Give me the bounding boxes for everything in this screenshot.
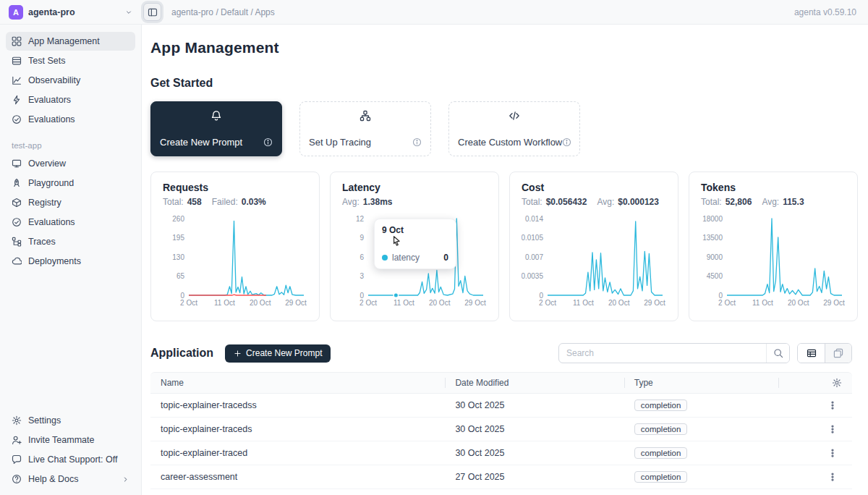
svg-text:130: 130	[172, 253, 184, 261]
column-header-type[interactable]: Type	[624, 373, 778, 393]
tooltip-value: 0	[443, 253, 448, 263]
apps-table: NameDate ModifiedType topic-explainer-tr…	[150, 372, 852, 489]
metric-title: Tokens	[701, 182, 846, 193]
sidebar-item-deployments[interactable]: Deployments	[6, 252, 135, 271]
sidebar-item-invite-teammate[interactable]: Invite Teammate	[6, 431, 135, 449]
row-menu-button[interactable]	[823, 399, 842, 412]
svg-text:2 Oct: 2 Oct	[180, 299, 197, 307]
get-started-card-set-up-tracing[interactable]: Set Up Tracing	[299, 101, 431, 156]
lightning-icon	[12, 95, 22, 105]
chart-wrap: 0651301952602 Oct11 Oct20 Oct29 Oct	[163, 213, 307, 311]
svg-text:2 Oct: 2 Oct	[539, 299, 556, 307]
metric-stat: Total:$0.056432	[522, 197, 587, 207]
workspace-selector[interactable]: A agenta-pro	[0, 0, 142, 24]
row-menu-button[interactable]	[823, 470, 842, 483]
question-icon	[12, 474, 22, 484]
info-icon[interactable]	[562, 138, 571, 147]
page-title: App Management	[150, 39, 852, 56]
sidebar-item-overview[interactable]: Overview	[6, 154, 135, 173]
stat-label: Avg:	[342, 197, 359, 207]
get-started-card-create-custom-workflow[interactable]: Create Custom Workflow	[448, 101, 580, 156]
table-row[interactable]: topic-explainer-tracedss30 Oct 2025compl…	[150, 394, 852, 418]
tooltip-series-row: latency0	[382, 253, 448, 263]
sidebar-nav-top: App ManagementTest SetsObservabilityEval…	[6, 32, 135, 130]
code-icon	[458, 110, 571, 122]
sidebar-section-label: test-app	[6, 130, 135, 154]
card-bottom: Set Up Tracing	[309, 137, 422, 148]
table-row[interactable]: topic-explainer-traced30 Oct 2025complet…	[150, 441, 852, 465]
cell-actions	[778, 447, 852, 460]
cell-actions	[778, 423, 852, 436]
svg-text:65: 65	[176, 272, 185, 280]
requests-chart[interactable]: 0651301952602 Oct11 Oct20 Oct29 Oct	[163, 213, 307, 311]
svg-text:20 Oct: 20 Oct	[788, 299, 809, 307]
row-menu-button[interactable]	[823, 423, 842, 436]
svg-text:12: 12	[356, 215, 365, 223]
chart-wrap: 00.00350.0070.01050.0142 Oct11 Oct20 Oct…	[522, 213, 666, 311]
stat-label: Avg:	[762, 197, 779, 207]
metric-stat: Failed:0.03%	[212, 197, 266, 207]
column-settings-button[interactable]	[778, 373, 852, 393]
get-started-card-create-new-prompt[interactable]: Create New Prompt	[150, 101, 282, 156]
card-view-icon	[833, 348, 843, 358]
get-started-heading: Get Started	[150, 77, 852, 90]
table-row[interactable]: career-assessment27 Oct 2025completion	[150, 465, 852, 489]
svg-text:0.0105: 0.0105	[522, 234, 543, 242]
svg-text:0: 0	[718, 292, 723, 300]
column-header-name[interactable]: Name	[150, 373, 445, 393]
metric-stat: Avg:1.38ms	[342, 197, 393, 207]
table-view-button[interactable]	[798, 344, 825, 363]
sidebar-item-app-management[interactable]: App Management	[6, 32, 135, 51]
sidebar-item-label: Registry	[28, 198, 61, 208]
stat-value: $0.056432	[546, 197, 587, 207]
sidebar-item-traces[interactable]: Traces	[6, 232, 135, 251]
sidebar-item-test-sets[interactable]: Test Sets	[6, 51, 135, 70]
sidebar-item-settings[interactable]: Settings	[6, 411, 135, 430]
breadcrumb[interactable]: agenta-pro / Default / Apps	[171, 7, 275, 17]
table-row[interactable]: topic-explainer-traceds30 Oct 2025comple…	[150, 418, 852, 441]
chevron-right-icon	[122, 475, 129, 483]
user-plus-icon	[12, 435, 22, 445]
metric-stat: Total:52,806	[701, 197, 752, 207]
sidebar-item-observability[interactable]: Observability	[6, 71, 135, 90]
sidebar-item-live-chat-support-off[interactable]: Live Chat Support: Off	[6, 450, 135, 469]
sidebar-collapse-button[interactable]	[143, 3, 161, 21]
search-input[interactable]	[559, 348, 766, 358]
legend-dot	[382, 255, 388, 261]
chevron-down-icon	[124, 8, 133, 17]
sidebar-item-evaluators[interactable]: Evaluators	[6, 90, 135, 109]
stat-label: Avg:	[597, 197, 614, 207]
tokens-chart[interactable]: 04500900013500180002 Oct11 Oct20 Oct29 O…	[701, 213, 846, 311]
metric-title: Requests	[163, 182, 307, 193]
sidebar-item-playground[interactable]: Playground	[6, 174, 135, 192]
card-view-button[interactable]	[825, 344, 851, 363]
sidebar-item-help-docs[interactable]: Help & Docs	[6, 470, 135, 488]
sidebar-item-label: Help & Docs	[28, 474, 78, 484]
tree-icon	[12, 237, 22, 247]
cell-actions	[778, 399, 852, 412]
metric-stats: Total:52,806Avg:115.3	[701, 197, 846, 207]
sidebar-item-label: Traces	[28, 237, 56, 247]
column-header-date-modified[interactable]: Date Modified	[445, 373, 624, 393]
sidebar-item-registry[interactable]: Registry	[6, 193, 135, 212]
cost-chart[interactable]: 00.00350.0070.01050.0142 Oct11 Oct20 Oct…	[522, 213, 666, 311]
info-icon[interactable]	[263, 138, 273, 147]
svg-text:0: 0	[359, 292, 364, 300]
cell-name: topic-explainer-traced	[150, 448, 445, 458]
svg-text:2 Oct: 2 Oct	[718, 299, 736, 307]
info-icon[interactable]	[412, 138, 422, 147]
row-menu-button[interactable]	[823, 447, 842, 460]
grid-icon	[12, 36, 22, 46]
stat-value: 52,806	[726, 197, 752, 207]
monitor-icon	[12, 158, 22, 169]
sidebar-item-evaluations[interactable]: Evaluations	[6, 110, 135, 129]
gear-icon	[12, 415, 22, 426]
svg-text:0.007: 0.007	[525, 253, 543, 261]
create-new-prompt-button[interactable]: Create New Prompt	[225, 344, 331, 363]
workspace-avatar: A	[9, 5, 23, 20]
sidebar-item-evaluations[interactable]: Evaluations	[6, 213, 135, 232]
search-button[interactable]	[766, 344, 789, 363]
application-heading: Application	[150, 347, 213, 360]
sidebar-item-label: Observability	[28, 75, 80, 85]
sidebar-nav-bottom: SettingsInvite TeammateLive Chat Support…	[6, 411, 135, 489]
